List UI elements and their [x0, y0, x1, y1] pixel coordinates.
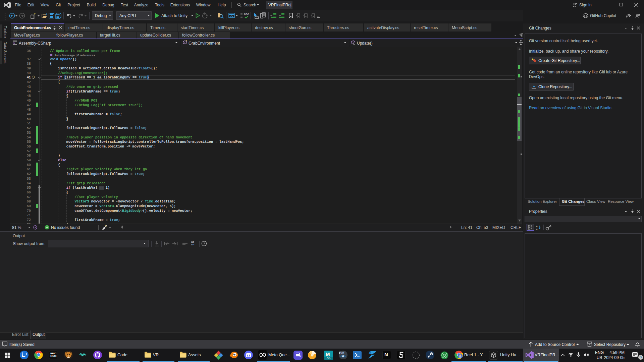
svg-text:Z: Z — [536, 227, 538, 230]
